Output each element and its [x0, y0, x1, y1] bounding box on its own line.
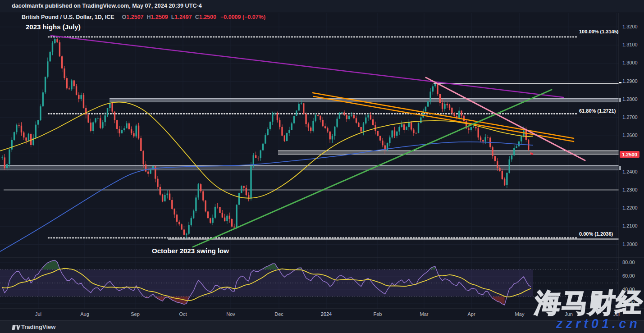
price-axis-label: 1.2800 [622, 96, 638, 102]
time-axis-label: Oct [179, 311, 187, 317]
last-price-tag: 1.2500 [620, 151, 639, 158]
price-axis-label: 1.2200 [622, 205, 638, 210]
price-axis-label: 1.2000 [622, 242, 638, 247]
time-axis-label: Apr [467, 311, 475, 317]
price-axis-label: 1.2100 [622, 223, 638, 228]
time-axis-label: Jul [35, 311, 41, 317]
annotation-october-low[interactable]: October 2023 swing low [152, 247, 229, 255]
fib-label-0[interactable]: 0.00% (1.2036) [579, 231, 613, 237]
fib-label-100[interactable]: 100.00% (1.3145) [579, 29, 618, 34]
time-axis-label: 2024 [321, 311, 332, 317]
tradingview-logo[interactable] [12, 324, 21, 331]
open-value: 1.2507 [126, 14, 143, 20]
rsi-axis-label: 80.00 [622, 260, 635, 265]
tradingview-brand[interactable]: TradingView [21, 324, 55, 330]
high-label: H [147, 14, 151, 20]
attribution-text: dacolmanfx published on TradingView.com,… [12, 3, 202, 9]
symbol-header[interactable]: British Pound / U.S. Dollar, 1D, ICEO1.2… [22, 14, 265, 20]
time-axis-label: Dec [274, 311, 283, 317]
price-axis-label: 1.2300 [622, 187, 638, 192]
low-value: 1.2497 [174, 14, 192, 20]
time-axis-label: May [515, 311, 525, 317]
rsi-axis-label: 60.00 [622, 273, 635, 278]
open-label: O [122, 14, 127, 20]
ma-slow-line [0, 142, 533, 251]
last-price-dot [531, 153, 534, 155]
change-value: −0.0009 (−0.07%) [220, 14, 265, 20]
support-zone-1p2420 [0, 166, 619, 170]
watermark-cn: 海马财经 [533, 286, 644, 321]
price-axis-label: 1.2700 [622, 114, 638, 120]
price-axis-label: 1.3200 [622, 24, 638, 29]
price-axis-label: 1.2900 [622, 78, 638, 84]
annotation-2023-highs[interactable]: 2023 highs (July) [26, 23, 81, 31]
descending-purple-from-2023-high [51, 36, 563, 97]
high-value: 1.2509 [151, 14, 168, 20]
price-axis-label: 1.3100 [622, 42, 638, 47]
ma-fast-line [0, 102, 533, 198]
attribution-bar: dacolmanfx published on TradingView.com,… [0, 0, 644, 13]
price-axis-label: 1.3000 [622, 60, 638, 65]
tradingview-chart-page: { "attribution": {"text": "dacolmanfx pu… [0, 0, 644, 333]
watermark-url: zzrt01.cn [556, 316, 640, 331]
footer-bar: TradingView [0, 320, 644, 333]
chart-canvas[interactable] [0, 0, 644, 333]
time-axis-label: Aug [80, 311, 89, 317]
time-axis-label: Sep [131, 311, 140, 317]
symbol-title: British Pound / U.S. Dollar, 1D, ICE [22, 14, 114, 20]
time-axis-label: Feb [374, 311, 382, 317]
price-axis-label: 1.2600 [622, 132, 638, 138]
time-axis-label: Nov [226, 311, 235, 317]
time-axis-label: Mar [420, 311, 429, 317]
close-label: C [195, 14, 199, 20]
fib-label-618[interactable]: 61.80% (1.2721) [579, 108, 616, 114]
close-value: 1.2500 [199, 14, 216, 20]
price-axis-label: 1.2400 [622, 169, 638, 174]
